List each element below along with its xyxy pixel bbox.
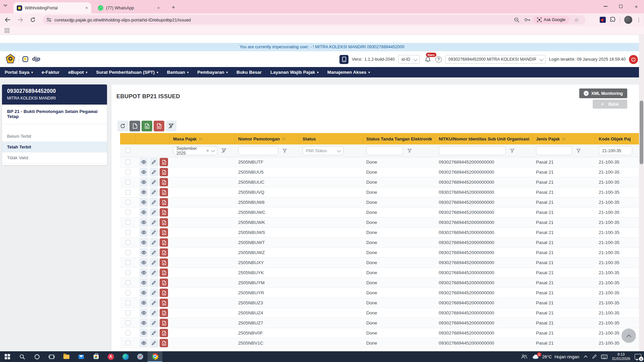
download-pdf-button[interactable] <box>160 208 168 217</box>
cortana-icon[interactable] <box>30 351 44 362</box>
scroll-top-button[interactable] <box>622 328 636 343</box>
pen-icon[interactable] <box>592 354 597 359</box>
tab-search-chevron-icon[interactable] <box>3 4 11 10</box>
snipping-tool-icon[interactable] <box>133 351 148 362</box>
extensions-puzzle-icon[interactable] <box>610 17 616 23</box>
col-nitku[interactable]: NITKU/Nomor Identitas Sub Unit Organisas… <box>435 133 533 144</box>
action-center-icon[interactable]: 2 <box>635 354 641 359</box>
site-info-icon[interactable] <box>46 17 52 22</box>
new-tab-button[interactable]: + <box>169 4 177 12</box>
bookmark-star-icon[interactable]: ☆ <box>574 17 579 23</box>
logout-button[interactable] <box>629 55 638 64</box>
row-checkbox[interactable] <box>125 210 130 215</box>
red-app-icon[interactable]: Λ <box>103 351 118 362</box>
profile-avatar[interactable] <box>624 16 632 24</box>
task-view-icon[interactable] <box>44 351 59 362</box>
browser-menu-icon[interactable]: ⋮ <box>636 17 641 23</box>
edit-pencil-button[interactable] <box>150 309 158 317</box>
edit-pencil-button[interactable] <box>150 208 158 217</box>
view-eye-button[interactable] <box>140 248 148 257</box>
view-eye-button[interactable] <box>140 339 148 347</box>
nav-item[interactable]: e-Faktur ▾ <box>42 70 59 75</box>
nav-item[interactable]: Pembayaran ▾ <box>197 70 228 75</box>
export-doc-button[interactable] <box>129 121 140 131</box>
edit-pencil-button[interactable] <box>150 319 158 327</box>
clear-filter-button[interactable] <box>166 121 176 131</box>
edit-pencil-button[interactable] <box>150 218 158 227</box>
people-icon[interactable] <box>521 354 528 359</box>
sidebar-item[interactable]: Tidak Valid <box>2 153 107 163</box>
status-filter-select[interactable]: Pilih Status <box>303 146 343 155</box>
browser-tab-whatsapp[interactable]: (77) WhatsApp × <box>95 2 163 13</box>
funnel-icon[interactable] <box>510 148 515 153</box>
row-checkbox[interactable] <box>125 200 130 205</box>
nav-item[interactable]: Layanan Wajib Pajak ▾ <box>270 70 319 75</box>
window-maximize-button[interactable] <box>613 0 629 13</box>
view-eye-button[interactable] <box>140 309 148 317</box>
edit-pencil-button[interactable] <box>150 198 158 206</box>
edit-pencil-button[interactable] <box>150 188 158 196</box>
edit-pencil-button[interactable] <box>150 339 158 347</box>
download-pdf-button[interactable] <box>160 279 168 287</box>
download-pdf-button[interactable] <box>160 168 168 176</box>
download-pdf-button[interactable] <box>160 218 168 227</box>
col-nomor-pemotongan[interactable]: Nomor Pemotongan↑↓ <box>235 133 299 144</box>
tab-close-icon[interactable]: × <box>157 5 160 10</box>
view-eye-button[interactable] <box>140 319 148 327</box>
view-eye-button[interactable] <box>140 329 148 337</box>
view-eye-button[interactable] <box>140 168 148 176</box>
nitku-filter-input[interactable] <box>439 146 506 155</box>
kode-objek-filter-input[interactable]: 21-100-35 <box>599 146 632 155</box>
row-checkbox[interactable] <box>125 260 130 265</box>
back-icon[interactable] <box>2 14 13 25</box>
edit-pencil-button[interactable] <box>150 228 158 237</box>
sort-icon[interactable]: ↑↓ <box>282 137 285 141</box>
download-pdf-button[interactable] <box>160 309 168 317</box>
download-pdf-button[interactable] <box>160 319 168 327</box>
download-pdf-button[interactable] <box>160 339 168 347</box>
nav-item[interactable]: eBupot ▾ <box>68 70 87 75</box>
browser-tab-active[interactable]: WithholdingPortal × <box>13 2 91 13</box>
row-checkbox[interactable] <box>125 330 130 336</box>
view-eye-button[interactable] <box>140 208 148 217</box>
edit-pencil-button[interactable] <box>150 279 158 287</box>
view-eye-button[interactable] <box>140 289 148 297</box>
touch-keyboard-icon[interactable] <box>601 355 607 359</box>
sidebar-item[interactable]: Belum Terbit <box>2 131 107 142</box>
funnel-icon[interactable] <box>407 148 412 153</box>
nav-item[interactable]: Manajemen Akses ▾ <box>327 70 370 75</box>
col-masa-pajak[interactable]: Masa Pajak↑↓ <box>170 133 235 144</box>
download-pdf-button[interactable] <box>160 228 168 237</box>
view-eye-button[interactable] <box>140 218 148 227</box>
forward-icon[interactable] <box>15 14 25 25</box>
edge-icon[interactable] <box>118 351 133 362</box>
file-explorer-icon[interactable] <box>59 351 74 362</box>
download-pdf-button[interactable] <box>160 289 168 297</box>
row-checkbox[interactable] <box>125 341 130 346</box>
funnel-icon[interactable] <box>576 148 581 153</box>
notification-bell[interactable]: Baru <box>423 55 432 64</box>
nav-item[interactable]: Portal Saya ▾ <box>5 70 33 75</box>
download-pdf-button[interactable] <box>160 299 168 307</box>
filter-remove-icon[interactable] <box>221 148 226 153</box>
col-kode-objek[interactable]: Kode Objek Paj <box>595 133 639 144</box>
zoom-icon[interactable] <box>514 17 520 23</box>
row-checkbox[interactable] <box>125 310 130 315</box>
weather-widget[interactable]: 1 26°C Hujan ringan <box>532 354 579 359</box>
window-minimize-button[interactable] <box>598 0 613 13</box>
download-pdf-button[interactable] <box>160 188 168 196</box>
tray-chevron-up-icon[interactable] <box>584 355 588 358</box>
download-pdf-button[interactable] <box>160 248 168 257</box>
mobile-app-icon[interactable] <box>339 55 348 64</box>
page-scrollbar[interactable] <box>639 35 644 351</box>
row-checkbox[interactable] <box>125 180 130 185</box>
view-eye-button[interactable] <box>140 198 148 206</box>
row-checkbox[interactable] <box>125 170 130 175</box>
sort-icon[interactable]: ↑↓ <box>562 137 566 141</box>
edit-pencil-button[interactable] <box>150 248 158 257</box>
xml-monitoring-button[interactable]: i XML Monitoring <box>579 88 627 98</box>
window-close-button[interactable]: × <box>629 0 644 13</box>
row-checkbox[interactable] <box>125 240 130 245</box>
row-checkbox[interactable] <box>125 320 130 325</box>
row-checkbox[interactable] <box>125 300 130 305</box>
